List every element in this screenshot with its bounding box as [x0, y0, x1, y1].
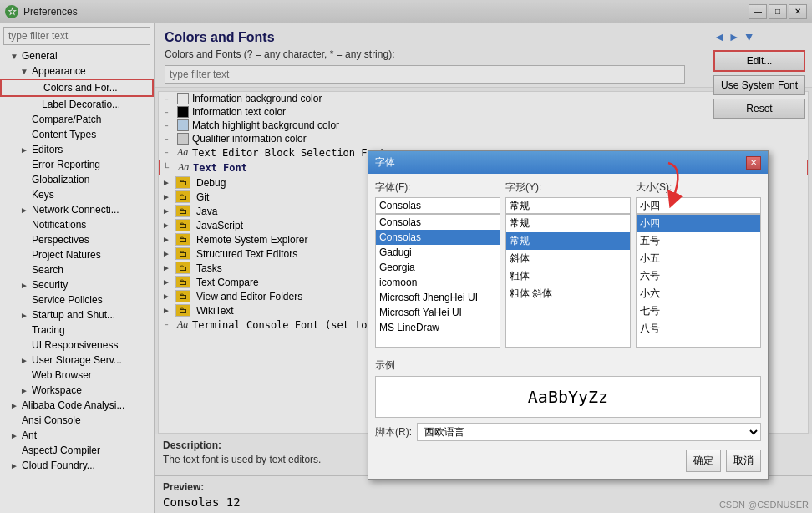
font-item-icomoon[interactable]: icomoon	[376, 275, 500, 290]
style-italic[interactable]: 斜体	[506, 250, 630, 267]
dialog-preview-box: AaBbYyZz	[375, 376, 761, 418]
dialog-script-section: 脚本(R): 西欧语言	[375, 423, 761, 441]
font-style-list[interactable]: 常规 常规 斜体 粗体 粗体 斜体	[505, 214, 631, 348]
script-label: 脚本(R):	[375, 425, 412, 439]
dialog-title-bar: 字体 ✕	[368, 151, 768, 174]
font-item-gadugi[interactable]: Gadugi	[376, 245, 500, 260]
style-regular1[interactable]: 常规	[506, 215, 630, 232]
font-item-consolas2[interactable]: Consolas	[376, 230, 500, 245]
dialog-close-button[interactable]: ✕	[746, 156, 761, 170]
style-bold-italic[interactable]: 粗体 斜体	[506, 285, 630, 302]
dialog-preview-label: 示例	[375, 358, 761, 373]
dialog-preview-section: 示例 AaBbYyZz	[375, 353, 761, 418]
size-xiaowu[interactable]: 小五	[637, 250, 760, 267]
size-wuhao[interactable]: 五号	[637, 232, 760, 250]
font-item-msft-yahei[interactable]: Microsoft YaHei UI	[376, 305, 500, 320]
font-size-header: 大小(S):	[636, 180, 761, 195]
dialog-col-font-family: 字体(F): Consolas Consolas Gadugi Georgia …	[375, 180, 500, 348]
font-item-georgia[interactable]: Georgia	[376, 260, 500, 275]
dialog-columns: 字体(F): Consolas Consolas Gadugi Georgia …	[375, 180, 761, 348]
font-style-input[interactable]	[505, 197, 631, 214]
size-xiaosi[interactable]: 小四	[637, 215, 760, 232]
dialog-buttons: 确定 取消	[375, 446, 761, 472]
font-item-ms-linedraw[interactable]: MS LineDraw	[376, 320, 500, 335]
font-size-list[interactable]: 小四 五号 小五 六号 小六 七号 八号	[636, 214, 761, 348]
style-bold[interactable]: 粗体	[506, 267, 630, 285]
font-style-header: 字形(Y):	[505, 180, 631, 195]
font-item-consolas1[interactable]: Consolas	[376, 215, 500, 230]
size-liuhao[interactable]: 六号	[637, 267, 760, 285]
size-xiaoliu[interactable]: 小六	[637, 285, 760, 302]
size-qihao[interactable]: 七号	[637, 302, 760, 320]
dialog-body: 字体(F): Consolas Consolas Gadugi Georgia …	[368, 174, 768, 479]
font-family-list[interactable]: Consolas Consolas Gadugi Georgia icomoon…	[375, 214, 500, 348]
font-size-input[interactable]	[636, 197, 761, 214]
dialog-cancel-button[interactable]: 取消	[726, 450, 761, 472]
style-regular2[interactable]: 常规	[506, 232, 630, 250]
script-select[interactable]: 西欧语言	[417, 423, 761, 441]
dialog-col-font-style: 字形(Y): 常规 常规 斜体 粗体 粗体 斜体	[505, 180, 631, 348]
font-dialog: 字体 ✕ 字体(F): Consolas Consolas Gadugi Geo…	[368, 150, 769, 480]
font-family-input[interactable]	[375, 197, 500, 214]
dialog-ok-button[interactable]: 确定	[686, 450, 721, 472]
dialog-title-text: 字体	[375, 155, 395, 170]
dialog-col-font-size: 大小(S): 小四 五号 小五 六号 小六 七号 八号	[636, 180, 761, 348]
font-item-msft-jheng[interactable]: Microsoft JhengHei UI	[376, 290, 500, 305]
font-family-header: 字体(F):	[375, 180, 500, 195]
size-bahao[interactable]: 八号	[637, 320, 760, 338]
dialog-preview-text: AaBbYyZz	[528, 387, 608, 407]
